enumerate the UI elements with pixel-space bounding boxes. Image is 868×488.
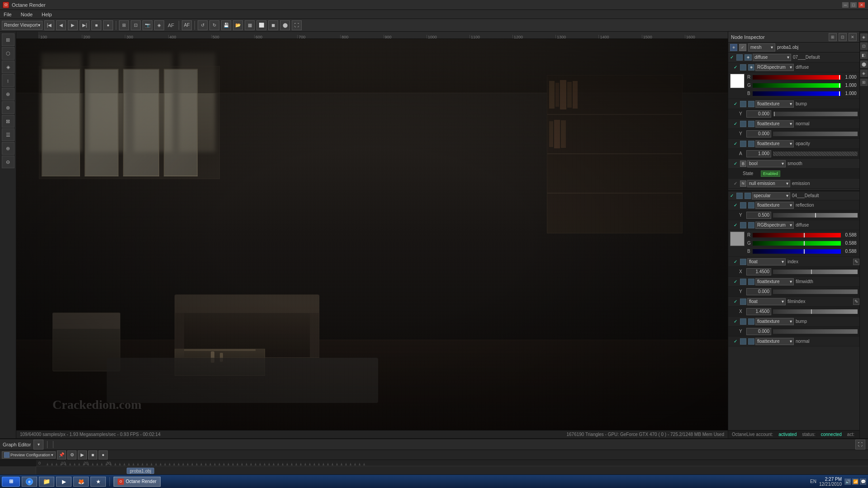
toolbar-af2[interactable]: AF xyxy=(182,20,192,30)
menu-file[interactable]: File xyxy=(2,11,14,18)
taskbar-ie[interactable]: e xyxy=(22,477,37,487)
viewport-type-dropdown[interactable]: Render Viewport ▾ xyxy=(2,21,43,30)
opacity-check[interactable]: ✓ xyxy=(732,139,739,149)
index-x-slider[interactable] xyxy=(773,270,858,274)
toolbar-first-frame[interactable]: |◀ xyxy=(44,20,54,30)
start-button[interactable]: ⊞ xyxy=(2,477,20,487)
color-swatch-white[interactable] xyxy=(730,74,745,88)
rp-icon-2[interactable]: ⊡ xyxy=(860,43,868,50)
r-bar[interactable] xyxy=(753,75,841,80)
filmindex-type-dropdown[interactable]: float ▾ xyxy=(747,298,786,305)
toolbar-stop[interactable]: ■ xyxy=(91,20,101,30)
bump2-check[interactable]: ✓ xyxy=(732,317,739,327)
taskbar-octane-btn[interactable]: O Octane Render xyxy=(114,477,161,487)
g-bar[interactable] xyxy=(753,83,841,88)
toolbar-open[interactable]: 📂 xyxy=(233,20,243,30)
network-icon[interactable]: 📶 xyxy=(852,479,859,485)
toolbar-camera[interactable]: 📷 xyxy=(142,20,152,30)
normal-type-dropdown[interactable]: floattexture ▾ xyxy=(755,120,794,128)
filmwidth-check[interactable]: ✓ xyxy=(732,277,739,287)
sidebar-icon-9[interactable]: ⊕ xyxy=(2,142,14,155)
inspector-close-btn[interactable]: ✕ xyxy=(849,33,857,41)
filmwidth-y-field[interactable]: 0.000 xyxy=(746,288,771,295)
toolbar-render[interactable]: ◈ xyxy=(154,20,164,30)
menu-node[interactable]: Node xyxy=(19,11,34,18)
sidebar-icon-6[interactable]: ⊗ xyxy=(2,101,14,114)
filmindex-edit-icon[interactable]: ✎ xyxy=(853,298,859,305)
bump-y-field[interactable]: 0.000 xyxy=(746,110,771,118)
toolbar-prev-frame[interactable]: ◀ xyxy=(56,20,66,30)
r2-bar[interactable] xyxy=(753,233,841,237)
normal2-type-dropdown[interactable]: floattexture ▾ xyxy=(755,338,794,345)
mesh-type-dropdown[interactable]: mesh ▾ xyxy=(748,43,775,52)
taskbar-explorer[interactable]: 📁 xyxy=(39,477,54,487)
toolbar-play[interactable]: ▶ xyxy=(68,20,78,30)
toolbar-grid[interactable]: ⊞ xyxy=(119,20,129,30)
bump-check[interactable]: ✓ xyxy=(732,99,739,109)
bump2-type-dropdown[interactable]: floattexture ▾ xyxy=(755,318,794,325)
index-edit-icon[interactable]: ✎ xyxy=(853,259,859,265)
bump-y-slider[interactable] xyxy=(773,112,858,116)
taskbar-media[interactable]: ▶ xyxy=(56,477,71,487)
toolbar-redo[interactable]: ↻ xyxy=(209,20,219,30)
specular-check[interactable]: ✓ xyxy=(728,191,735,201)
diffuse-check[interactable]: ✓ xyxy=(728,52,735,62)
taskbar-app[interactable]: ★ xyxy=(90,477,106,487)
opacity-a-field[interactable]: 1.000 xyxy=(746,150,771,157)
rgbspec2-check[interactable]: ✓ xyxy=(732,220,739,230)
b2-bar[interactable] xyxy=(753,249,841,254)
filmindex-x-slider[interactable] xyxy=(773,309,858,314)
refl-y-slider[interactable] xyxy=(773,213,858,218)
sidebar-icon-10[interactable]: ⊖ xyxy=(2,156,14,168)
taskbar-firefox[interactable]: 🦊 xyxy=(73,477,89,487)
filmwidth-y-slider[interactable] xyxy=(773,289,858,294)
rp-icon-6[interactable]: ⊞ xyxy=(860,79,868,86)
b-bar[interactable] xyxy=(753,91,841,96)
sidebar-icon-1[interactable]: ⊞ xyxy=(2,33,14,46)
rgbspec2-type-dropdown[interactable]: RGBspectrum ▾ xyxy=(755,222,794,229)
rp-icon-4[interactable]: ⬤ xyxy=(860,61,868,68)
opacity-type-dropdown[interactable]: floattexture ▾ xyxy=(755,140,794,147)
rp-icon-1[interactable]: ◈ xyxy=(860,33,868,41)
volume-icon[interactable]: 🔊 xyxy=(844,479,851,485)
rgbspec-type-dropdown[interactable]: RGBspectrum ▾ xyxy=(755,64,794,71)
filmindex-check[interactable]: ✓ xyxy=(732,297,739,307)
sidebar-icon-2[interactable]: ⬡ xyxy=(2,47,14,60)
normal-check[interactable]: ✓ xyxy=(732,119,739,129)
bump-type-dropdown[interactable]: floattexture ▾ xyxy=(755,100,794,108)
reflection-check[interactable]: ✓ xyxy=(732,200,739,210)
graph-pin-btn[interactable]: 📌 xyxy=(57,450,66,460)
filmindex-x-field[interactable]: 1.4500 xyxy=(746,308,771,315)
graph-rec-btn[interactable]: ● xyxy=(99,450,108,460)
toolbar-record[interactable]: ● xyxy=(103,20,113,30)
toolbar-shade[interactable]: ◼ xyxy=(268,20,278,30)
graph-play-btn[interactable]: ▶ xyxy=(78,450,87,460)
opacity-a-slider[interactable] xyxy=(773,152,858,156)
inspector-pin-btn[interactable]: ⊞ xyxy=(829,33,837,41)
diffuse-type-dropdown[interactable]: diffuse ▾ xyxy=(753,54,791,61)
state-enabled-badge[interactable]: Enabled xyxy=(761,171,780,177)
color-swatch-gray[interactable] xyxy=(730,232,745,246)
toolbar-next-frame[interactable]: ▶| xyxy=(80,20,90,30)
rgbspec-check[interactable]: ✓ xyxy=(732,62,739,72)
bump2-y-field[interactable]: 0.000 xyxy=(746,328,771,335)
toolbar-wire[interactable]: ⬜ xyxy=(256,20,266,30)
menu-help[interactable]: Help xyxy=(40,11,54,18)
filmwidth-type-dropdown[interactable]: floattexture ▾ xyxy=(755,278,794,285)
sidebar-icon-7[interactable]: ⊠ xyxy=(2,115,14,128)
toolbar-expand[interactable]: ⛶ xyxy=(292,20,302,30)
smooth-check[interactable]: ✓ xyxy=(732,159,739,169)
sidebar-icon-5[interactable]: ⊕ xyxy=(2,88,14,100)
reflection-type-dropdown[interactable]: floattexture ▾ xyxy=(755,202,794,209)
toolbar-undo[interactable]: ↺ xyxy=(198,20,208,30)
bump2-y-slider[interactable] xyxy=(773,329,858,334)
emission-check[interactable]: ✓ xyxy=(732,179,739,189)
sidebar-icon-3[interactable]: ◈ xyxy=(2,61,14,73)
graph-editor-dropdown[interactable]: ▾ xyxy=(33,440,43,450)
maximize-button[interactable]: □ xyxy=(850,2,857,8)
object-visibility-icon[interactable]: ✓ xyxy=(739,44,746,51)
index-x-field[interactable]: 1.4500 xyxy=(746,268,771,275)
specular-type-dropdown[interactable]: specular ▾ xyxy=(752,192,790,199)
minimize-button[interactable]: ─ xyxy=(842,2,849,8)
node-object-bar[interactable]: proba1.obj xyxy=(127,468,154,474)
